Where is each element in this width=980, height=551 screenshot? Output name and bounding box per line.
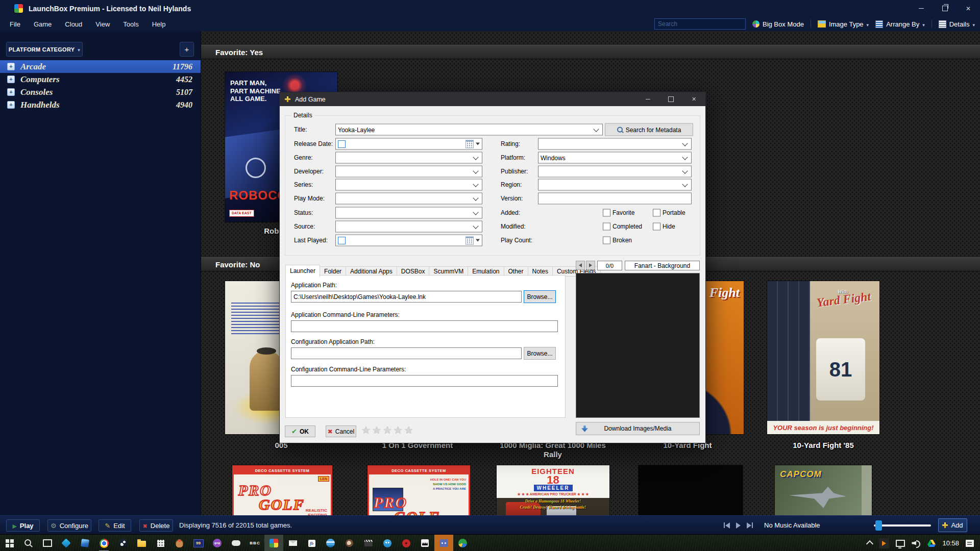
minimize-button[interactable]	[910, 0, 933, 17]
dialog-maximize-button[interactable]	[659, 92, 682, 106]
platform-category-dropdown[interactable]: PLATFORM CATEGORY	[6, 42, 83, 57]
sidebar-item-arcade[interactable]: Arcade 11796	[0, 60, 201, 73]
tv-99-icon[interactable]: 99	[189, 535, 208, 551]
config-params-input[interactable]	[291, 375, 558, 387]
mail-icon[interactable]	[283, 535, 302, 551]
speaker-icon[interactable]	[912, 540, 921, 547]
store-icon[interactable]	[151, 535, 170, 551]
game-cover-capcom[interactable]: CAPCOM	[775, 465, 872, 515]
publisher-combobox[interactable]	[538, 166, 692, 178]
game-cover-black[interactable]	[639, 465, 743, 515]
kodi-icon[interactable]	[57, 535, 76, 551]
hide-checkbox[interactable]	[653, 223, 660, 231]
browse-config-path-button[interactable]: Browse...	[524, 347, 556, 360]
chevron-down-icon[interactable]	[593, 126, 599, 132]
expand-icon[interactable]	[7, 63, 15, 70]
dropdown-arrow-icon[interactable]	[476, 143, 480, 145]
config-path-input[interactable]	[291, 347, 522, 359]
bbc-icon[interactable]: BBC	[246, 535, 264, 551]
platform-input[interactable]	[541, 153, 682, 163]
last-played-checkbox[interactable]	[338, 237, 346, 244]
release-date-checkbox[interactable]	[338, 140, 346, 148]
blue-face-icon[interactable]	[378, 535, 397, 551]
start-icon[interactable]	[0, 535, 19, 551]
big-box-mode-button[interactable]: Big Box Mode	[752, 20, 804, 28]
red-star-icon[interactable]: ✶	[397, 535, 415, 551]
launchbox-taskbar-icon[interactable]	[264, 535, 283, 551]
star-icon-2[interactable]	[372, 424, 381, 436]
chevron-down-icon[interactable]	[473, 209, 478, 215]
download-images-media-button[interactable]: Download Images/Media	[576, 422, 700, 435]
version-field[interactable]	[538, 193, 692, 205]
notification-center-icon[interactable]	[966, 540, 974, 547]
previous-track-button[interactable]	[724, 522, 730, 529]
expand-icon[interactable]	[7, 88, 15, 96]
rooster-app-icon[interactable]	[170, 535, 189, 551]
application-path-input[interactable]	[291, 291, 522, 303]
region-combobox[interactable]	[538, 179, 692, 191]
dialog-titlebar[interactable]: Add Game	[280, 92, 705, 106]
calendar-icon[interactable]	[465, 236, 474, 244]
star-icon-5[interactable]	[404, 424, 413, 436]
platform-combobox[interactable]	[538, 152, 692, 164]
rating-input[interactable]	[541, 139, 682, 149]
search-input[interactable]	[654, 18, 746, 30]
expand-icon[interactable]	[7, 101, 15, 109]
chevron-down-icon[interactable]	[682, 154, 688, 160]
gog-icon[interactable]: gog	[208, 535, 227, 551]
status-combobox[interactable]	[335, 207, 482, 219]
title-combobox[interactable]	[335, 124, 603, 136]
ok-button[interactable]: OK	[285, 425, 315, 437]
chevron-down-icon[interactable]	[473, 168, 478, 173]
chevron-down-icon[interactable]	[682, 168, 688, 173]
file-explorer-icon[interactable]	[132, 535, 151, 551]
fb-icon[interactable]: fb	[302, 535, 321, 551]
menu-file[interactable]: File	[3, 20, 27, 28]
source-combobox[interactable]	[335, 221, 482, 233]
edit-button[interactable]: Edit	[99, 519, 131, 532]
completed-checkbox[interactable]	[603, 223, 610, 231]
last-played-picker[interactable]	[335, 235, 482, 246]
arrange-by-dropdown[interactable]: Arrange By	[875, 20, 925, 28]
game-cover-pro-golf[interactable]: DECO CASSETTE SYSTEM LEN PRO GOLF REALIS…	[232, 465, 332, 515]
vlc-icon[interactable]	[321, 535, 340, 551]
genre-combobox[interactable]	[335, 152, 482, 164]
sidebar-item-consoles[interactable]: Consoles 5107	[0, 86, 201, 98]
play-mode-combobox[interactable]	[335, 193, 482, 205]
restore-button[interactable]	[933, 0, 957, 17]
clapperboard-icon[interactable]	[359, 535, 378, 551]
monster-icon[interactable]	[415, 535, 434, 551]
sidebar-item-handhelds[interactable]: Handhelds 4940	[0, 98, 201, 111]
clock[interactable]: 10:58	[942, 539, 959, 547]
taskbar-search-icon[interactable]	[19, 535, 38, 551]
source-input[interactable]	[338, 221, 473, 232]
add-game-button[interactable]: Add	[938, 518, 967, 532]
monkey-audio-icon[interactable]	[340, 535, 359, 551]
publisher-input[interactable]	[541, 166, 682, 177]
menu-game[interactable]: Game	[27, 20, 58, 28]
image-type-selector[interactable]: Fanart - Background	[625, 261, 700, 270]
region-input[interactable]	[541, 180, 682, 190]
title-input[interactable]	[338, 124, 593, 135]
play-mode-input[interactable]	[338, 193, 473, 204]
network-icon[interactable]	[896, 540, 905, 547]
dropdown-arrow-icon[interactable]	[476, 239, 480, 242]
add-platform-button[interactable]: +	[180, 42, 194, 57]
next-track-button[interactable]	[747, 522, 753, 529]
blue-cube-app-icon[interactable]	[76, 535, 94, 551]
google-drive-icon[interactable]	[927, 540, 936, 547]
release-date-picker[interactable]	[335, 138, 482, 150]
series-combobox[interactable]	[335, 179, 482, 191]
star-icon-1[interactable]	[361, 424, 371, 436]
menu-tools[interactable]: Tools	[116, 20, 145, 28]
image-type-dropdown[interactable]: Image Type	[818, 20, 869, 28]
tray-chevron-up-icon[interactable]	[866, 540, 873, 547]
star-icon-3[interactable]	[383, 424, 392, 436]
next-image-button[interactable]	[586, 261, 595, 270]
status-input[interactable]	[338, 208, 473, 218]
game-cover-pro-golf-2[interactable]: DECO CASSETTE SYSTEM HOLE IN ONE! CAN YO…	[368, 465, 470, 515]
dialog-close-button[interactable]	[682, 92, 705, 106]
chrome-icon[interactable]	[94, 535, 113, 551]
chevron-down-icon[interactable]	[473, 195, 478, 201]
globe-cd-icon[interactable]	[453, 535, 472, 551]
